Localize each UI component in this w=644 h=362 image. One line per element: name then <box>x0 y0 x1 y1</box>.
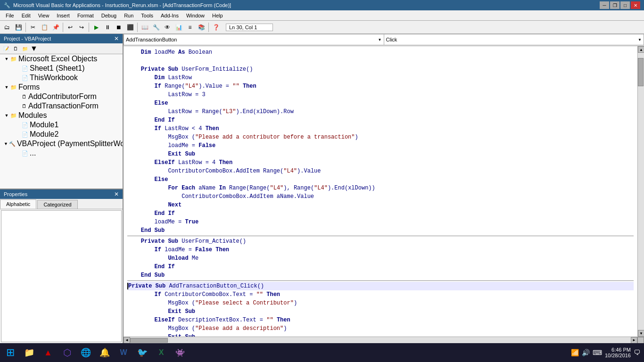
taskbar: ⊞ 📁 ▲ ⬡ 🌐 🔔 W 🐦 X 👾 📶 🔊 ⌨ 6:46 PM 10/28/… <box>0 343 644 362</box>
object-dropdown[interactable]: AddTransactionButton ▼ <box>124 34 384 45</box>
menu-help[interactable]: Help <box>208 12 227 19</box>
toolbar-pause-btn[interactable]: ⏸ <box>102 22 113 33</box>
properties-close-button[interactable]: ✕ <box>114 191 119 197</box>
scroll-down-arrow[interactable]: ▼ <box>638 330 644 337</box>
taskbar-visual-studio[interactable]: ⬡ <box>58 344 75 361</box>
addcontributor-icon: 🗒 <box>22 94 27 99</box>
start-button[interactable]: ⊞ <box>2 344 19 361</box>
menu-format[interactable]: Format <box>74 12 98 19</box>
tree-item-module2[interactable]: 📄 Module2 <box>0 130 123 139</box>
event-dropdown[interactable]: Click ▼ <box>384 34 644 45</box>
menu-run[interactable]: Run <box>120 12 137 19</box>
taskbar-app7[interactable]: 🐦 <box>134 344 151 361</box>
hscroll-track <box>130 338 631 343</box>
main-content: Project - VBAProject ✕ 📝 🗒 📁 ▼ ▼ 📁 Micro… <box>0 34 644 343</box>
code-editor[interactable]: Dim loadMe As Boolean Private Sub UserFo… <box>124 46 637 337</box>
menu-insert[interactable]: Insert <box>53 12 74 19</box>
toolbar-watch-btn[interactable]: 👁 <box>162 22 173 33</box>
toolbar-project-btn[interactable]: 🗂 <box>2 22 12 33</box>
taskbar-app9[interactable]: 👾 <box>172 344 189 361</box>
proj-scroll-down-btn[interactable]: ▼ <box>30 44 37 53</box>
tray-volume-icon[interactable]: 🔊 <box>582 349 590 356</box>
toolbar-undo-btn[interactable]: ↩ <box>65 22 75 33</box>
tree-item-addtransactionform[interactable]: 🗒 AddTransactionForm <box>0 101 123 111</box>
toolbar-run-btn[interactable]: ▶ <box>91 22 101 33</box>
menu-file[interactable]: File <box>2 12 18 19</box>
tree-item-vbaproject-payment[interactable]: ▼ 🔨 VBAProject (PaymentSplitterWo <box>0 139 123 148</box>
expander-forms: ▼ <box>4 84 9 90</box>
menu-addins[interactable]: Add-Ins <box>157 12 182 19</box>
taskbar-word[interactable]: W <box>115 344 132 361</box>
menu-debug[interactable]: Debug <box>98 12 120 19</box>
project-close-button[interactable]: ✕ <box>114 35 119 42</box>
code-area: AddTransactionButton ▼ Click ▼ Dim loadM… <box>124 34 644 343</box>
menu-edit[interactable]: Edit <box>18 12 34 19</box>
time-display[interactable]: 6:46 PM 10/28/2016 <box>605 347 631 358</box>
minimize-button[interactable]: ─ <box>600 1 609 9</box>
proj-toggle-folders-btn[interactable]: 📁 <box>21 44 29 53</box>
code-line: If ContributorComboBox.Text = "" Then <box>127 290 634 299</box>
toolbar-imm-btn[interactable]: ≡ <box>185 22 195 33</box>
toolbar-paste-btn[interactable]: 📌 <box>50 22 61 33</box>
tree-item-thisworkbook[interactable]: 📄 ThisWorkbook <box>0 73 123 82</box>
tree-item-addcontributorform[interactable]: 🗒 AddContributorForm <box>0 92 123 101</box>
tray-network-icon[interactable]: 📶 <box>571 349 579 356</box>
action-center-icon[interactable]: 🗨 <box>634 349 640 356</box>
code-line: Else <box>127 99 634 107</box>
taskbar-notification[interactable]: 🔔 <box>96 344 113 361</box>
code-line: LastRow = 3 <box>127 90 634 99</box>
tree-item-forms[interactable]: ▼ 📁 Forms <box>0 82 123 92</box>
project-toolbar: 📝 🗒 📁 ▼ <box>0 43 123 54</box>
tab-categorized[interactable]: Categorized <box>37 200 77 209</box>
taskbar-file-explorer[interactable]: 📁 <box>21 344 38 361</box>
toolbar-stop-btn[interactable]: ⏹ <box>114 22 124 33</box>
close-button[interactable]: ✕ <box>631 1 640 9</box>
restore-button[interactable]: ❐ <box>610 1 619 9</box>
toolbar-redo-btn[interactable]: ↪ <box>76 22 87 33</box>
menu-window[interactable]: Window <box>182 12 208 19</box>
toolbar-callstack-btn[interactable]: 📚 <box>196 22 206 33</box>
object-dropdown-arrow: ▼ <box>378 38 382 42</box>
tree-label-vbaproject-payment: VBAProject (PaymentSplitterWo <box>17 140 123 148</box>
project-panel-header: Project - VBAProject ✕ <box>0 34 123 43</box>
hscroll-thumb[interactable] <box>130 338 168 343</box>
title-text: Microsoft Visual Basic for Applications … <box>13 2 231 8</box>
code-main: Dim loadMe As Boolean Private Sub UserFo… <box>124 46 644 337</box>
code-line: Private Sub UserForm_Activate() <box>127 237 634 246</box>
menu-view[interactable]: View <box>34 12 53 19</box>
tree-item-module1[interactable]: 📄 Module1 <box>0 120 123 130</box>
taskbar-acrobat[interactable]: ▲ <box>40 344 57 361</box>
taskbar-chrome[interactable]: 🌐 <box>77 344 94 361</box>
tab-alphabetic[interactable]: Alphabetic <box>0 199 36 209</box>
code-line: MsgBox ("Please add a contributor before… <box>127 133 634 141</box>
toolbar-save-btn[interactable]: 💾 <box>13 22 24 33</box>
hscroll-left-arrow[interactable]: ◄ <box>124 337 130 344</box>
toolbar-props-btn[interactable]: 🔧 <box>151 22 161 33</box>
proj-view-code-btn[interactable]: 📝 <box>2 44 10 53</box>
toolbar-help-btn[interactable]: ❓ <box>211 22 221 33</box>
scroll-up-arrow[interactable]: ▲ <box>638 46 644 53</box>
tree-item-modules[interactable]: ▼ 📁 Modules <box>0 111 123 120</box>
code-line: Exit Sub <box>127 333 634 337</box>
event-dropdown-value: Click <box>386 37 397 42</box>
tree-item-excel-objects[interactable]: ▼ 📁 Microsoft Excel Objects <box>0 54 123 64</box>
thisworkbook-icon: 📄 <box>22 75 28 81</box>
menu-tools[interactable]: Tools <box>137 12 157 19</box>
toolbar-design-btn[interactable]: ⬛ <box>125 22 135 33</box>
hscroll-right-arrow[interactable]: ► <box>631 337 637 344</box>
toolbar-locals-btn[interactable]: 📊 <box>173 22 184 33</box>
taskbar-excel[interactable]: X <box>153 344 170 361</box>
code-line: If loadMe = False Then <box>127 246 634 254</box>
proj-view-form-btn[interactable]: 🗒 <box>11 44 20 53</box>
tree-item-sub[interactable]: 📄 ... <box>0 148 123 158</box>
toolbar-copy-btn[interactable]: 📋 <box>39 22 50 33</box>
code-line: End If <box>127 209 634 218</box>
scroll-thumb[interactable] <box>638 58 644 86</box>
tree-item-sheet1[interactable]: 📄 Sheet1 (Sheet1) <box>0 64 123 73</box>
toolbar-obj-browser[interactable]: 📖 <box>140 22 150 33</box>
tray-keyboard-icon[interactable]: ⌨ <box>593 349 602 356</box>
toolbar-cut-btn[interactable]: ✂ <box>28 22 38 33</box>
project-panel: Project - VBAProject ✕ 📝 🗒 📁 ▼ ▼ 📁 Micro… <box>0 34 123 189</box>
code-line: Unload Me <box>127 254 634 263</box>
maximize-button[interactable]: □ <box>620 1 630 9</box>
